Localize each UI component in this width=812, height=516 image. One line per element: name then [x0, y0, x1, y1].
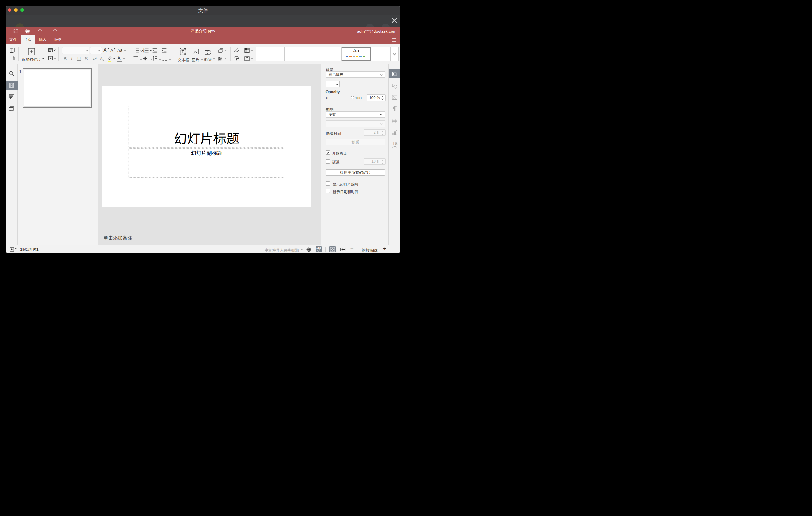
svg-text:3: 3	[143, 52, 145, 53]
